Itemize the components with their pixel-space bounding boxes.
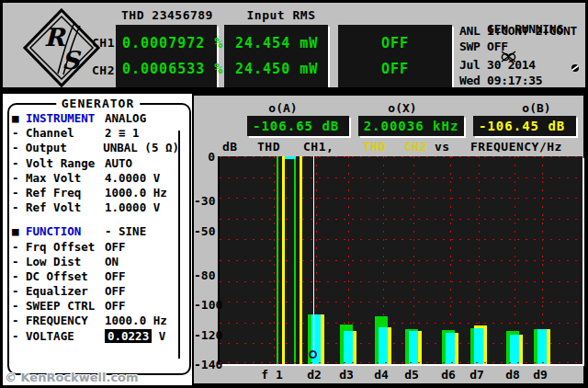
generator-item-voltage[interactable]: -VOLTAGE0.0223 V (12, 329, 179, 344)
item-marker-icon: - (12, 171, 26, 186)
generator-item-ref-freq[interactable]: -Ref Freq1000.0 Hz (12, 186, 179, 200)
generator-item-frequency[interactable]: -FREQUENCY1000.0 Hz (12, 314, 179, 328)
item-value[interactable]: 0.0223 V (105, 329, 179, 344)
generator-item-low-dist[interactable]: -Low DistON (12, 255, 179, 269)
item-value: 1.0000 V (105, 200, 179, 215)
cursor-b-label: o(B) (516, 101, 557, 115)
watermark: © KenRockwell.com (5, 371, 139, 384)
generator-menu-spacer (12, 215, 179, 224)
generator-item-ref-volt[interactable]: -Ref Volt1.0000 V (12, 200, 179, 215)
generator-item-output[interactable]: -OutputUNBAL (5 Ω) (12, 141, 179, 155)
x-tick-d3: d3 (328, 368, 365, 382)
thd-readout-box: 0.0007972 % 0.0006533 % (116, 25, 217, 87)
input-rms-box: 24.454 mW 24.450 mW (224, 25, 328, 87)
generator-item-volt-range[interactable]: -Volt RangeAUTO (12, 156, 179, 171)
generator-item-channel[interactable]: -Channel2 ≡ 1 (12, 126, 179, 141)
generator-item-max-volt[interactable]: -Max Volt4.0000 V (12, 171, 179, 186)
cursor-b-readout: -106.45 dB (473, 116, 576, 136)
cursor-a-readout: -106.65 dB (247, 116, 349, 136)
item-value: OFF (105, 269, 179, 284)
chart-title-seg-0: THD (257, 140, 280, 154)
thd-ch2-value: 0.0006533 % (122, 56, 217, 82)
y-tick--140: -140 (194, 358, 215, 371)
item-label: INSTRUMENT (26, 111, 105, 126)
y-tick--80: -80 (194, 268, 215, 282)
chart-title-seg-3: CH2 (404, 140, 427, 154)
chart-title-seg-4: vs (435, 140, 450, 154)
a-cursor-marker[interactable] (309, 350, 317, 359)
thd-ch1-value: 0.0007972 % (122, 30, 217, 56)
item-label: Ref Freq (26, 186, 105, 200)
generator-item-frq-offset[interactable]: -Frq OffsetOFF (12, 240, 179, 255)
bar-overlap-d6 (446, 333, 455, 364)
bar-overlap-d4 (379, 327, 388, 364)
item-label: SWEEP CTRL (26, 299, 105, 314)
generator-item-function[interactable]: ■FUNCTION- SINE (12, 224, 179, 239)
chart-panel: o(A) o(X) o(B) -106.65 dB 2.00036 kHz -1… (192, 94, 585, 385)
x-tick-d2: d2 (296, 368, 333, 382)
swp-status: SWP OFF (459, 40, 508, 53)
item-value: ANALOG (105, 111, 179, 126)
item-value: OFF (105, 299, 179, 314)
section-marker-icon: ■ (12, 224, 26, 239)
bar-overlap-d9 (537, 329, 547, 364)
item-marker-icon: - (12, 329, 26, 344)
item-label: Max Volt (26, 171, 105, 186)
item-marker-icon: - (12, 141, 26, 155)
item-label: FUNCTION (26, 224, 105, 239)
generator-item-dc-offset[interactable]: -DC OffsetOFF (12, 269, 179, 284)
fundamental-overlap-cap (285, 156, 296, 159)
cursor-a-label: o(A) (263, 101, 303, 115)
x-tick-d5: d5 (393, 368, 430, 382)
section-divider (3, 87, 585, 94)
edit-field-value[interactable]: 0.0223 (105, 329, 152, 343)
date-label: Jul 30 2014 (459, 58, 536, 72)
anl-status: ANL 1:CONT 2:CONT (459, 24, 577, 38)
item-value: 4.0000 V (105, 171, 179, 186)
x-cursor-line[interactable] (313, 156, 314, 357)
item-label: Output (26, 141, 103, 155)
y-tick--100: -100 (194, 298, 215, 312)
fundamental-bar-ch1 (277, 156, 285, 364)
section-marker-icon: ■ (12, 111, 26, 126)
item-value: OFF (105, 284, 179, 299)
generator-item-instrument[interactable]: ■INSTRUMENTANALOG (12, 111, 179, 126)
y-tick--50: -50 (194, 224, 215, 238)
item-value: AUTO (105, 156, 179, 171)
item-value: UNBAL (5 Ω) (103, 141, 179, 155)
y-tick--30: -30 (194, 194, 215, 208)
item-marker-icon: - (12, 299, 26, 314)
input-rms-title: Input RMS (235, 8, 327, 22)
item-label: DC Offset (26, 269, 105, 284)
item-marker-icon: - (12, 126, 26, 141)
y-tick-0: 0 (194, 150, 215, 164)
thd-panel-title: THD 23456789 (116, 8, 219, 22)
item-label: Channel (26, 126, 105, 141)
time-label: Wed 09:17:35 (459, 74, 542, 87)
item-value: - SINE (105, 224, 179, 239)
aux-ch2-value: OFF (338, 56, 452, 82)
item-label: Equalizer (26, 284, 105, 299)
rs-logo: R S (22, 7, 101, 88)
rms-ch1-value: 24.454 mW (235, 30, 328, 56)
x-tick-f1: f 1 (254, 368, 290, 382)
generator-item-sweep-ctrl[interactable]: -SWEEP CTRLOFF (12, 299, 179, 314)
generator-item-equalizer[interactable]: -EqualizerOFF (12, 284, 179, 299)
item-marker-icon: - (12, 240, 26, 255)
item-marker-icon: - (12, 284, 26, 299)
item-marker-icon: - (12, 269, 26, 284)
chart-title-seg-5: FREQUENCY/Hz (470, 140, 562, 154)
item-label: VOLTAGE (26, 329, 105, 344)
item-marker-icon: - (12, 200, 26, 215)
plot-area[interactable] (218, 156, 582, 364)
ch1-label: CH1 (92, 36, 116, 50)
fundamental-bar-ch2 (294, 156, 302, 364)
item-marker-icon: - (12, 156, 26, 171)
activity-icon (571, 59, 580, 76)
generator-panel: GENERATOR ■INSTRUMENTANALOG-Channel2 ≡ 1… (3, 94, 193, 385)
y-axis-unit: dB (222, 140, 238, 154)
x-tick-d9: d9 (522, 368, 559, 382)
item-value: OFF (105, 240, 179, 255)
item-label: Frq Offset (26, 240, 105, 255)
item-value: 1000.0 Hz (105, 314, 179, 328)
